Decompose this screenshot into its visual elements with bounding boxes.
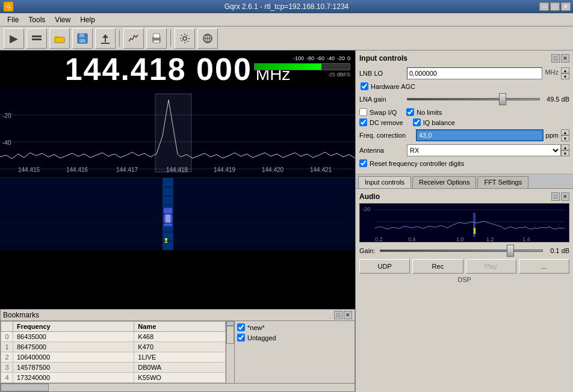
signal-scale-label: -60 bbox=[317, 55, 324, 61]
tab-fft-settings[interactable]: FFT Settings bbox=[477, 176, 528, 188]
mode-button[interactable] bbox=[26, 28, 47, 49]
menu-tools[interactable]: Tools bbox=[23, 14, 50, 25]
bookmarks-undock-button[interactable]: □ bbox=[334, 311, 342, 319]
bookmarks-close-button[interactable]: ✕ bbox=[344, 311, 352, 319]
audio-gain-row: Gain: 0.1 dB bbox=[359, 245, 569, 257]
antenna-down[interactable]: ▼ bbox=[561, 150, 569, 156]
hardware-agc-checkbox[interactable] bbox=[361, 82, 368, 90]
print-button[interactable] bbox=[146, 28, 167, 49]
swap-iq-checkbox[interactable] bbox=[359, 108, 367, 116]
app-icon: G bbox=[4, 2, 13, 11]
main-layout: 144.418 000 MHz -100 -80 -60 -40 -20 0 -… bbox=[0, 51, 573, 392]
table-row[interactable]: 1 86475000 K470 bbox=[1, 342, 226, 352]
antenna-up[interactable]: ▲ bbox=[561, 144, 569, 150]
tabs-row: Input controls Receiver Options FFT Sett… bbox=[356, 174, 573, 189]
lna-gain-thumb[interactable] bbox=[499, 93, 506, 105]
row-name: K470 bbox=[134, 342, 226, 352]
svg-rect-3 bbox=[55, 37, 64, 43]
menu-view[interactable]: View bbox=[50, 14, 75, 25]
dots-button[interactable]: ... bbox=[519, 259, 569, 274]
svg-text:144.417: 144.417 bbox=[116, 167, 138, 173]
reset-freq-checkbox[interactable] bbox=[359, 159, 367, 167]
row-index: 4 bbox=[1, 373, 13, 383]
signal-meter: -100 -80 -60 -40 -20 0 -25 dBFS bbox=[254, 55, 350, 78]
dc-remove-checkbox[interactable] bbox=[359, 118, 367, 126]
bookmarks-scrollbar[interactable] bbox=[226, 321, 234, 383]
svg-text:144.420: 144.420 bbox=[262, 167, 284, 173]
lna-gain-value: 49.5 dB bbox=[542, 96, 569, 103]
reset-freq-label: Reset frequency controller digits bbox=[370, 160, 464, 167]
frequency-value[interactable]: 144.418 000 bbox=[65, 51, 252, 87]
table-row[interactable]: 0 86435000 K468 bbox=[1, 332, 226, 342]
bookmarks-table: Frequency Name 0 86435000 K468 1 bbox=[1, 321, 226, 383]
audio-undock[interactable]: □ bbox=[551, 192, 560, 201]
menu-help[interactable]: Help bbox=[75, 14, 100, 25]
upload-button[interactable] bbox=[95, 28, 116, 49]
play-audio-button[interactable]: Play bbox=[466, 259, 516, 274]
network-button[interactable] bbox=[197, 28, 218, 49]
iq-balance-checkbox[interactable] bbox=[413, 118, 421, 126]
freq-correction-down[interactable]: ▼ bbox=[561, 135, 569, 141]
input-controls-close[interactable]: ✕ bbox=[561, 54, 569, 63]
svg-text:1.0: 1.0 bbox=[456, 236, 464, 242]
titlebar: G Gqrx 2.6.1 - rtl_tcp=192.168.10.7:1234… bbox=[0, 0, 573, 13]
audio-title: Audio bbox=[359, 192, 380, 201]
freq-correction-arrows: ▲ ▼ bbox=[561, 129, 569, 141]
svg-rect-9 bbox=[101, 43, 110, 44]
antenna-arrows: ▲ ▼ bbox=[561, 144, 569, 156]
spectrum-svg: -20 -40 144.415 144.416 144.417 144.418 … bbox=[0, 88, 355, 250]
no-limits-checkbox[interactable] bbox=[406, 108, 414, 116]
table-row[interactable]: 4 173240000 K55WO bbox=[1, 373, 226, 383]
signal-bar-container bbox=[254, 63, 350, 70]
audio-header: Audio □ ✕ bbox=[359, 192, 569, 201]
svg-rect-0 bbox=[32, 35, 42, 37]
rec-button[interactable]: Rec bbox=[412, 259, 463, 274]
open-button[interactable] bbox=[49, 28, 70, 49]
bookmarks-hscroll[interactable] bbox=[1, 383, 355, 391]
tag-new-checkbox[interactable] bbox=[237, 323, 245, 331]
maximize-button[interactable]: □ bbox=[550, 2, 560, 11]
titlebar-title: Gqrx 2.6.1 - rtl_tcp=192.168.10.7:1234 bbox=[225, 2, 348, 11]
table-row[interactable]: 2 106400000 1LIVE bbox=[1, 352, 226, 363]
antenna-select[interactable]: RX bbox=[407, 144, 561, 156]
play-button[interactable]: ▶ bbox=[4, 28, 24, 49]
audio-gain-slider[interactable] bbox=[380, 245, 543, 257]
save-button[interactable] bbox=[72, 28, 93, 49]
lnb-lo-input[interactable] bbox=[407, 67, 542, 79]
input-controls-undock[interactable]: □ bbox=[551, 54, 560, 63]
lna-gain-track bbox=[407, 98, 540, 100]
lna-gain-slider-container[interactable] bbox=[407, 93, 540, 105]
dc-remove-iq-balance-row: DC remove IQ balance bbox=[359, 118, 569, 126]
audio-close[interactable]: ✕ bbox=[561, 192, 569, 201]
left-panel: 144.418 000 MHz -100 -80 -60 -40 -20 0 -… bbox=[0, 51, 355, 392]
freq-correction-input[interactable] bbox=[416, 129, 544, 141]
lnb-lo-up[interactable]: ▲ bbox=[561, 67, 569, 73]
right-panel: Input controls □ ✕ LNB LO MHz ▲ ▼ bbox=[355, 51, 573, 392]
audio-gain-label: Gain: bbox=[359, 247, 377, 254]
settings-button[interactable] bbox=[175, 28, 195, 49]
tag-untagged-checkbox[interactable] bbox=[237, 334, 245, 341]
spectrum-area[interactable]: -20 -40 144.415 144.416 144.417 144.418 … bbox=[0, 88, 355, 309]
frequency-display: 144.418 000 MHz -100 -80 -60 -40 -20 0 -… bbox=[0, 51, 355, 88]
udp-button[interactable]: UDP bbox=[359, 259, 410, 274]
tab-input-controls[interactable]: Input controls bbox=[358, 176, 411, 188]
tag-new: *new* bbox=[237, 323, 352, 331]
tag-untagged-label: Untagged bbox=[247, 334, 276, 341]
lna-gain-row: LNA gain 49.5 dB bbox=[359, 93, 569, 105]
row-name: 1LIVE bbox=[134, 352, 226, 363]
audio-gain-thumb[interactable] bbox=[507, 245, 514, 257]
tab-receiver-options[interactable]: Receiver Options bbox=[412, 176, 476, 188]
svg-text:144.421: 144.421 bbox=[310, 167, 332, 173]
row-index: 1 bbox=[1, 342, 13, 352]
swap-iq-nolimits-row: Swap I/Q No limits bbox=[359, 108, 569, 116]
table-row[interactable]: 3 145787500 DB0WA bbox=[1, 363, 226, 373]
swap-iq-row: Swap I/Q bbox=[359, 108, 397, 116]
spectrum-button[interactable] bbox=[123, 28, 144, 49]
close-button[interactable]: ✕ bbox=[561, 2, 571, 11]
menu-file[interactable]: File bbox=[2, 14, 23, 25]
freq-correction-up[interactable]: ▲ bbox=[561, 129, 569, 135]
audio-title-buttons: □ ✕ bbox=[551, 192, 569, 201]
bookmarks-table-area[interactable]: Frequency Name 0 86435000 K468 1 bbox=[1, 321, 226, 383]
minimize-button[interactable]: — bbox=[539, 2, 549, 11]
lnb-lo-down[interactable]: ▼ bbox=[561, 73, 569, 79]
